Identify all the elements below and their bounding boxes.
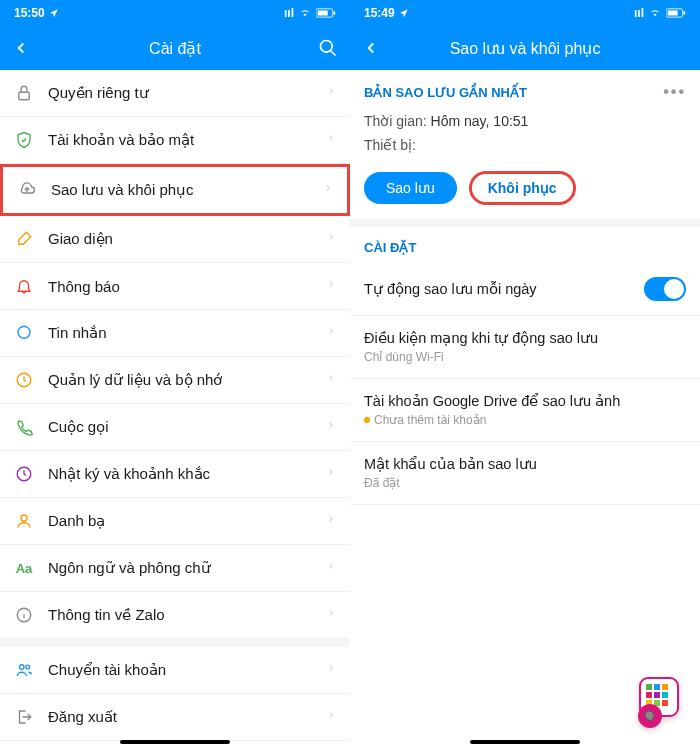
- chevron-right-icon: [326, 606, 336, 624]
- chevron-right-icon: [323, 181, 333, 199]
- svg-rect-19: [646, 692, 652, 698]
- list-item-logout[interactable]: Đăng xuất: [0, 694, 350, 741]
- list-item-info[interactable]: Thông tin về Zalo: [0, 592, 350, 639]
- setting-label: Tài khoản Google Drive để sao lưu ảnh: [364, 393, 620, 409]
- switch-icon: [14, 660, 34, 680]
- back-button[interactable]: [12, 39, 30, 57]
- list-item-cloud[interactable]: Sao lưu và khôi phục: [0, 164, 350, 216]
- back-button[interactable]: [362, 39, 380, 57]
- home-indicator[interactable]: [470, 740, 580, 744]
- svg-rect-14: [684, 11, 686, 14]
- bell-icon: [14, 276, 34, 296]
- warn-icon: [364, 417, 370, 423]
- svg-rect-20: [654, 692, 660, 698]
- section-divider: [350, 219, 700, 227]
- backup-device-row: Thiết bị:: [350, 133, 700, 157]
- chevron-right-icon: [326, 277, 336, 295]
- location-icon: [399, 8, 409, 18]
- setting-sublabel: Chỉ dùng Wi-Fi: [364, 350, 598, 364]
- list-item-label: Tin nhắn: [48, 324, 326, 342]
- chevron-right-icon: [326, 371, 336, 389]
- list-item-lock[interactable]: Quyền riêng tư: [0, 70, 350, 117]
- signal-icon: ııl: [634, 6, 644, 20]
- home-indicator[interactable]: [120, 740, 230, 744]
- list-item-label: Thông tin về Zalo: [48, 606, 326, 624]
- list-item-brush[interactable]: Giao diện: [0, 216, 350, 263]
- list-item-phone[interactable]: Cuộc gọi: [0, 404, 350, 451]
- svg-point-3: [321, 41, 333, 53]
- list-item-message[interactable]: Tin nhắn: [0, 310, 350, 357]
- page-title: Sao lưu và khôi phục: [450, 39, 601, 58]
- svg-rect-13: [668, 11, 678, 16]
- status-time: 15:50: [14, 6, 45, 20]
- shield-icon: [14, 130, 34, 150]
- wifi-icon: [298, 8, 312, 18]
- setting-item-2[interactable]: Tài khoản Google Drive để sao lưu ảnhChư…: [350, 379, 700, 442]
- chevron-right-icon: [326, 230, 336, 248]
- svg-rect-21: [662, 692, 668, 698]
- section-title-settings: CÀI ĐẶT: [350, 227, 700, 263]
- svg-rect-16: [646, 684, 652, 690]
- button-row: Sao lưu Khôi phục: [350, 157, 700, 219]
- backup-button[interactable]: Sao lưu: [364, 172, 457, 204]
- chevron-right-icon: [326, 465, 336, 483]
- status-time: 15:49: [364, 6, 395, 20]
- setting-item-0[interactable]: Tự động sao lưu mỗi ngày: [350, 263, 700, 316]
- clock-icon: [14, 370, 34, 390]
- brush-icon: [14, 229, 34, 249]
- list-item-label: Thông báo: [48, 278, 326, 295]
- list-item-label: Giao diện: [48, 230, 326, 248]
- svg-rect-17: [654, 684, 660, 690]
- nav-bar: Sao lưu và khôi phục: [350, 26, 700, 70]
- list-item-label: Quyền riêng tư: [48, 84, 326, 102]
- status-bar: 15:50 ııl: [0, 0, 350, 26]
- setting-sublabel: Chưa thêm tài khoản: [364, 413, 620, 427]
- cloud-icon: [17, 180, 37, 200]
- chevron-right-icon: [326, 661, 336, 679]
- setting-sublabel: Đã đặt: [364, 476, 537, 490]
- svg-rect-1: [318, 11, 328, 16]
- nav-bar: Cài đặt: [0, 26, 350, 70]
- list-item-label: Quản lý dữ liệu và bộ nhớ: [48, 371, 326, 389]
- svg-rect-2: [334, 11, 336, 14]
- svg-point-10: [20, 665, 25, 670]
- list-item-clock[interactable]: Quản lý dữ liệu và bộ nhớ: [0, 357, 350, 404]
- list-item-shield[interactable]: Tài khoản và bảo mật: [0, 117, 350, 164]
- left-phone-settings: 15:50 ııl Cài đặt Quyền riêng tư Tài kho…: [0, 0, 350, 750]
- list-item-bell[interactable]: Thông báo: [0, 263, 350, 310]
- svg-point-8: [21, 515, 27, 521]
- chevron-right-icon: [326, 84, 336, 102]
- list-item-label: Tài khoản và bảo mật: [48, 131, 326, 149]
- list-item-label: Cuộc gọi: [48, 418, 326, 436]
- chevron-left-icon: [362, 39, 380, 57]
- chevron-right-icon: [326, 559, 336, 577]
- svg-rect-4: [19, 92, 30, 100]
- setting-label: Điều kiện mạng khi tự động sao lưu: [364, 330, 598, 346]
- lock-icon: [14, 83, 34, 103]
- restore-button[interactable]: Khôi phục: [469, 171, 576, 205]
- list-item-clock2[interactable]: Nhật ký và khoảnh khắc: [0, 451, 350, 498]
- list-item-label: Chuyển tài khoản: [48, 661, 326, 679]
- aa-icon: Aa: [14, 558, 34, 578]
- chevron-right-icon: [326, 131, 336, 149]
- list-item-switch[interactable]: Chuyển tài khoản: [0, 647, 350, 694]
- more-button[interactable]: •••: [663, 83, 686, 101]
- list-item-contacts[interactable]: Danh bạ: [0, 498, 350, 545]
- list-item-aa[interactable]: Aa Ngôn ngữ và phông chữ: [0, 545, 350, 592]
- setting-label: Mật khẩu của bản sao lưu: [364, 456, 537, 472]
- battery-icon: [666, 8, 686, 18]
- svg-rect-18: [662, 684, 668, 690]
- logout-icon: [14, 707, 34, 727]
- search-button[interactable]: [318, 38, 338, 58]
- phone-icon: [14, 417, 34, 437]
- svg-point-5: [18, 326, 30, 338]
- setting-item-3[interactable]: Mật khẩu của bản sao lưuĐã đặt: [350, 442, 700, 505]
- section-title-recent: BẢN SAO LƯU GẦN NHẤT •••: [350, 70, 700, 109]
- info-icon: [14, 605, 34, 625]
- clock2-icon: [14, 464, 34, 484]
- chevron-right-icon: [326, 324, 336, 342]
- auto-backup-toggle[interactable]: [644, 277, 686, 301]
- setting-item-1[interactable]: Điều kiện mạng khi tự động sao lưuChỉ dù…: [350, 316, 700, 379]
- page-title: Cài đặt: [149, 39, 201, 58]
- backup-time-row: Thời gian: Hôm nay, 10:51: [350, 109, 700, 133]
